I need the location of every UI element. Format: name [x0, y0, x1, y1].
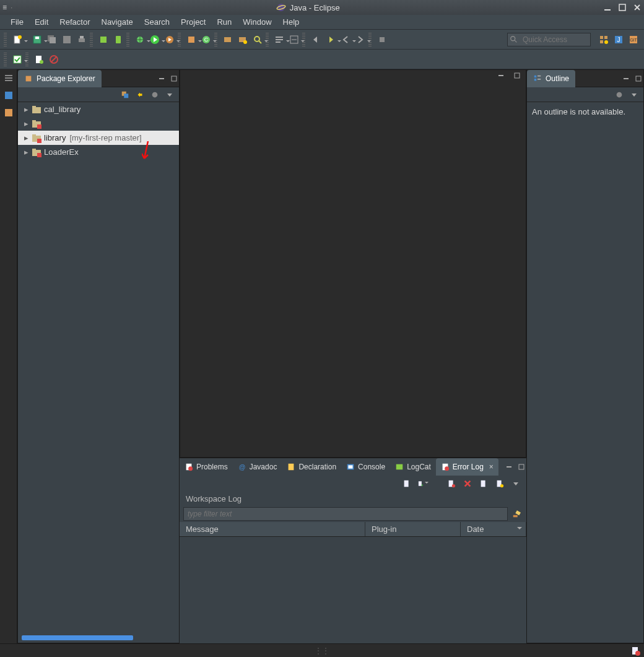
editor-body[interactable]	[180, 81, 526, 457]
toolbar-handle[interactable]	[4, 33, 7, 46]
minimized-view-icon[interactable]	[2, 72, 15, 84]
outline-tab[interactable]: Outline	[527, 70, 575, 87]
expand-icon[interactable]: ▸	[23, 147, 29, 157]
maximize-view-icon[interactable]	[516, 462, 526, 472]
back-icon[interactable]	[309, 33, 323, 46]
back-history-icon[interactable]	[339, 33, 352, 46]
menu-navigate[interactable]: Navigate	[96, 15, 139, 28]
open-task-icon[interactable]	[236, 33, 250, 46]
col-date[interactable]: Date	[461, 522, 526, 536]
save-all-icon[interactable]	[45, 33, 59, 46]
open-perspective-icon[interactable]	[597, 33, 611, 46]
git-trim-icon[interactable]	[2, 107, 15, 119]
menu-run[interactable]: Run	[211, 15, 237, 28]
pin-editor-icon[interactable]	[375, 33, 389, 46]
view-menu-icon[interactable]	[510, 478, 521, 489]
toolbar-handle[interactable]	[368, 33, 372, 46]
filter-input[interactable]	[183, 507, 508, 521]
delete-log-icon[interactable]	[462, 478, 473, 489]
print-icon[interactable]	[75, 33, 89, 46]
menu-window[interactable]: Window	[237, 15, 277, 28]
saveas-icon[interactable]	[60, 33, 74, 46]
close-button[interactable]	[633, 3, 642, 12]
col-plugin[interactable]: Plug-in	[365, 522, 461, 536]
java-trim-icon[interactable]	[2, 89, 15, 102]
toolbar-handle[interactable]	[126, 33, 129, 46]
menu-help[interactable]: Help	[277, 15, 305, 28]
tab-javadoc[interactable]: @ Javadoc	[233, 458, 282, 476]
tree-row[interactable]: ▸ cal_library	[18, 102, 179, 116]
open-type-icon[interactable]	[221, 33, 235, 46]
tab-problems[interactable]: Problems	[180, 458, 233, 476]
menu-project[interactable]: Project	[175, 15, 211, 28]
forward-icon[interactable]	[324, 33, 337, 46]
sash-grip-icon[interactable]: ⋮⋮	[315, 646, 329, 655]
toolbar-handle[interactable]	[25, 53, 28, 66]
view-menu-icon[interactable]	[164, 89, 175, 100]
tree-row[interactable]: ▸	[18, 116, 179, 131]
view-menu-icon[interactable]	[629, 89, 640, 100]
search-icon[interactable]	[251, 33, 264, 46]
clear-filter-icon[interactable]	[510, 508, 523, 520]
toggle-mark-icon[interactable]	[287, 33, 301, 46]
maximize-button[interactable]	[618, 3, 627, 12]
focus-task-icon[interactable]	[614, 89, 625, 100]
error-table-body[interactable]	[180, 537, 526, 643]
minimize-view-icon[interactable]	[496, 71, 506, 80]
expand-icon[interactable]: ▸	[23, 105, 29, 114]
java-perspective-icon[interactable]: J	[612, 33, 625, 46]
menu-file[interactable]: File	[5, 15, 29, 28]
expand-icon[interactable]: ▸	[23, 133, 29, 142]
focus-task-icon[interactable]	[149, 89, 160, 100]
quick-access-input[interactable]	[507, 33, 591, 46]
run-last-icon[interactable]	[163, 33, 176, 46]
tab-declaration[interactable]: Declaration	[282, 458, 341, 476]
android-sdk-icon[interactable]	[97, 33, 110, 46]
maximize-view-icon[interactable]	[512, 71, 522, 80]
restore-log-icon[interactable]	[494, 478, 505, 489]
new-icon[interactable]	[11, 33, 24, 46]
tray-error-icon[interactable]	[630, 646, 640, 656]
forward-history-icon[interactable]	[354, 33, 367, 46]
tree-row[interactable]: ▸ library [my-first-rep master]	[18, 131, 179, 145]
toolbar-handle[interactable]	[266, 33, 269, 46]
toolbar-handle[interactable]	[178, 33, 181, 46]
avd-manager-icon[interactable]	[111, 33, 125, 46]
maximize-view-icon[interactable]	[633, 74, 643, 84]
system-menu-icon[interactable]: ≡	[2, 3, 7, 12]
minimize-view-icon[interactable]	[504, 462, 514, 472]
run-icon[interactable]	[148, 33, 162, 46]
toolbar-handle[interactable]	[214, 33, 217, 46]
expand-icon[interactable]: ▸	[23, 119, 29, 128]
open-log-icon[interactable]	[478, 478, 489, 489]
tab-console[interactable]: Console	[341, 458, 390, 476]
debug-icon[interactable]	[133, 33, 147, 46]
collapse-all-icon[interactable]	[120, 89, 131, 100]
menu-refactor[interactable]: Refactor	[54, 15, 95, 28]
tab-errorlog[interactable]: Error Log ×	[436, 458, 498, 476]
minimize-view-icon[interactable]	[157, 74, 167, 84]
menu-search[interactable]: Search	[139, 15, 175, 28]
maximize-view-icon[interactable]	[169, 74, 179, 84]
toggle-breadcrumb-icon[interactable]	[272, 33, 286, 46]
toolbar-handle[interactable]	[90, 33, 93, 46]
export-log-icon[interactable]	[401, 478, 412, 489]
junit-icon[interactable]	[11, 53, 24, 66]
toolbar-handle[interactable]	[302, 33, 305, 46]
minimize-view-icon[interactable]	[621, 74, 631, 84]
new-android-icon[interactable]	[32, 53, 46, 66]
git-perspective-icon[interactable]: GIT	[627, 33, 640, 46]
tree-row[interactable]: ▸ LoaderEx	[18, 145, 179, 159]
menu-edit[interactable]: Edit	[29, 15, 54, 28]
new-package-icon[interactable]	[185, 33, 198, 46]
lint-icon[interactable]	[47, 53, 61, 66]
col-message[interactable]: Message	[180, 522, 365, 536]
horizontal-scrollbar[interactable]	[22, 635, 133, 640]
minimize-button[interactable]	[603, 3, 612, 12]
project-tree[interactable]: ▸ cal_library ▸ ▸ library [my-first-rep …	[18, 102, 179, 643]
toolbar-handle[interactable]	[4, 53, 7, 66]
clear-log-icon[interactable]	[446, 478, 457, 489]
package-explorer-tab[interactable]: Package Explorer	[18, 70, 102, 87]
link-editor-icon[interactable]	[134, 89, 146, 100]
save-icon[interactable]	[30, 33, 44, 46]
